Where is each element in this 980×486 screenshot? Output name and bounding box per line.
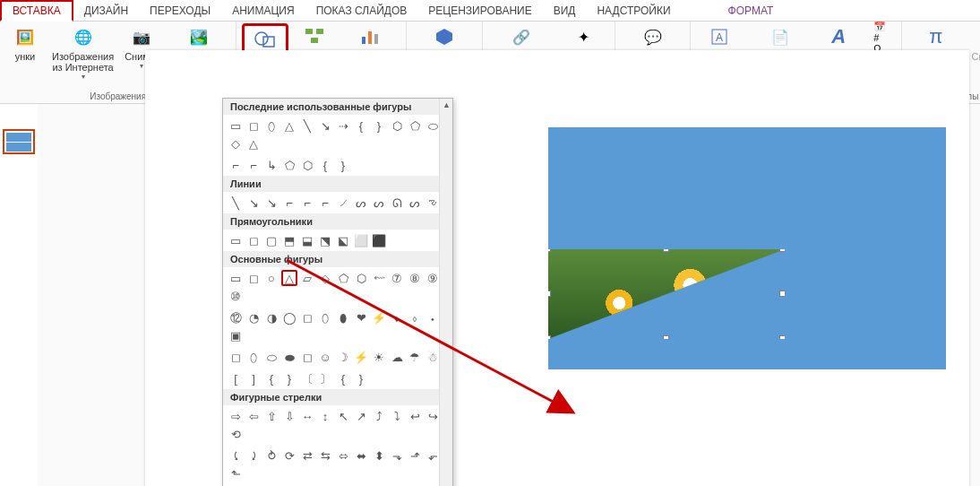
shape-glyph[interactable]: ⬔ xyxy=(317,232,333,248)
shape-glyph[interactable]: ] xyxy=(245,370,262,386)
shape-glyph[interactable]: ⬳ xyxy=(371,270,387,286)
shape-glyph[interactable]: ⌐ xyxy=(281,195,297,211)
online-pictures-button[interactable]: 🌐Изображения из Интернета▾ xyxy=(48,23,117,81)
shape-glyph[interactable]: { xyxy=(263,370,279,386)
shape-glyph[interactable]: ⬯ xyxy=(263,117,279,134)
shape-glyph[interactable]: ⌐ xyxy=(317,195,333,211)
shape-glyph[interactable]: ⥁ xyxy=(263,447,279,464)
shape-glyph[interactable]: { xyxy=(317,157,333,173)
shape-glyph[interactable]: ☀ xyxy=(371,349,387,365)
shape-glyph[interactable]: ⬮ xyxy=(335,309,351,325)
shape-glyph[interactable]: ╲ xyxy=(228,195,244,211)
shape-glyph[interactable]: ⑩ xyxy=(228,288,244,304)
shape-glyph[interactable]: ᔕ xyxy=(407,195,423,211)
text-more-button[interactable]: 📅#Ω xyxy=(864,23,896,50)
shape-glyph[interactable]: ↗ xyxy=(353,408,369,424)
handle-e[interactable] xyxy=(779,291,785,297)
shape-glyph[interactable]: ⟋ xyxy=(335,195,351,211)
symbol-button[interactable]: ΩСимвол xyxy=(967,23,980,63)
shape-glyph[interactable]: 〔 xyxy=(299,370,315,386)
shape-glyph[interactable]: ⬯ xyxy=(245,349,262,365)
shape-glyph[interactable]: ⬡ xyxy=(389,117,405,134)
shape-glyph[interactable]: ▭ xyxy=(228,270,244,286)
tab-insert[interactable]: ВСТАВКА xyxy=(0,0,73,22)
shape-glyph[interactable]: ⬍ xyxy=(371,447,387,464)
triangle-picture-shape[interactable] xyxy=(548,249,785,339)
shape-glyph[interactable]: ↘ xyxy=(317,117,333,134)
shape-glyph[interactable]: △ xyxy=(281,117,297,134)
shape-glyph[interactable]: ⑧ xyxy=(407,270,423,286)
shape-glyph[interactable]: ▱ xyxy=(299,270,315,286)
shape-glyph[interactable]: ⬒ xyxy=(281,232,297,248)
shape-glyph[interactable]: ☽ xyxy=(335,349,351,365)
shape-glyph[interactable]: ⬧ xyxy=(389,309,405,325)
shape-glyph[interactable]: ↩ xyxy=(407,408,423,424)
shape-glyph[interactable]: ○ xyxy=(263,270,279,286)
shape-glyph[interactable]: ⬄ xyxy=(335,447,351,464)
tab-animations[interactable]: АНИМАЦИЯ xyxy=(221,0,305,22)
shape-glyph[interactable]: ⇩ xyxy=(281,408,297,424)
shape-glyph[interactable]: ▣ xyxy=(228,327,244,343)
handle-ne[interactable] xyxy=(779,249,785,252)
shape-glyph[interactable]: ⇨ xyxy=(228,408,244,424)
shape-glyph[interactable]: ⟲ xyxy=(228,426,244,442)
shape-glyph[interactable]: ↔ xyxy=(299,408,315,424)
shape-glyph[interactable]: ⬕ xyxy=(335,232,351,248)
tab-addins[interactable]: НАДСТРОЙКИ xyxy=(586,0,681,22)
shape-glyph[interactable]: ⬨ xyxy=(407,309,423,325)
handle-nw[interactable] xyxy=(548,249,551,252)
shape-glyph[interactable]: ◻ xyxy=(299,309,315,325)
shape-glyph[interactable]: ◻ xyxy=(245,270,262,286)
handle-sw[interactable] xyxy=(548,335,551,339)
shape-glyph[interactable]: ◇ xyxy=(228,135,244,152)
shape-glyph[interactable]: ◻ xyxy=(228,349,244,365)
shape-glyph[interactable]: ⬑ xyxy=(228,465,244,482)
shape-glyph[interactable]: ⤸ xyxy=(245,447,262,464)
shape-glyph[interactable]: ⌐ xyxy=(245,157,262,173)
shape-glyph[interactable]: ◻ xyxy=(245,117,262,134)
shape-glyph[interactable]: ◑ xyxy=(263,309,279,325)
shape-glyph[interactable]: ⬡ xyxy=(353,270,369,286)
handle-se[interactable] xyxy=(779,335,785,339)
shape-glyph[interactable]: ⤹ xyxy=(228,447,244,464)
shape-glyph[interactable]: ⌐ xyxy=(228,157,244,173)
shape-glyph[interactable]: ╲ xyxy=(299,117,315,134)
shape-glyph[interactable]: ᔕ xyxy=(353,195,369,211)
shape-glyph[interactable]: ⟳ xyxy=(281,447,297,464)
shape-glyph[interactable]: ⬎ xyxy=(389,447,405,464)
shape-glyph[interactable]: ⬌ xyxy=(353,447,369,464)
shape-glyph[interactable]: ▢ xyxy=(263,232,279,248)
shape-glyph[interactable]: ⬡ xyxy=(299,157,315,173)
shape-glyph[interactable]: ⇄ xyxy=(299,447,315,464)
tab-slideshow[interactable]: ПОКАЗ СЛАЙДОВ xyxy=(305,0,418,22)
pictures-button[interactable]: 🖼️унки xyxy=(5,23,45,63)
shape-glyph[interactable]: ⇦ xyxy=(245,408,262,424)
shape-glyph[interactable]: ⬠ xyxy=(407,117,423,134)
shape-glyph[interactable]: ◻ xyxy=(245,232,262,248)
shape-glyph[interactable]: ⬏ xyxy=(407,447,423,464)
shape-glyph[interactable]: ᔕ xyxy=(371,195,387,211)
tab-design[interactable]: ДИЗАЙН xyxy=(73,0,139,22)
shape-glyph[interactable]: ↕ xyxy=(317,408,333,424)
shape-glyph[interactable]: } xyxy=(353,370,369,386)
shape-glyph[interactable]: ◻ xyxy=(299,349,315,365)
shape-glyph[interactable]: ⑫ xyxy=(228,309,244,325)
shape-glyph[interactable]: ↳ xyxy=(263,157,279,173)
shape-glyph[interactable]: ❤ xyxy=(353,309,369,325)
handle-n[interactable] xyxy=(663,249,669,252)
shape-glyph[interactable]: ⬓ xyxy=(299,232,315,248)
shape-glyph[interactable]: ↖ xyxy=(335,408,351,424)
shape-glyph[interactable]: ᘏ xyxy=(389,195,405,211)
shape-glyph[interactable]: ⬭ xyxy=(263,349,279,365)
shape-glyph[interactable]: ☁ xyxy=(389,349,405,365)
handle-w[interactable] xyxy=(548,291,551,297)
shape-glyph[interactable]: ⌐ xyxy=(299,195,315,211)
shape-glyph[interactable]: △ xyxy=(281,270,297,286)
shape-glyph[interactable]: 〕 xyxy=(317,370,333,386)
shape-glyph[interactable]: ◇ xyxy=(317,270,333,286)
shape-glyph[interactable]: ⬜ xyxy=(353,232,369,248)
shape-glyph[interactable]: [ xyxy=(228,370,244,386)
shape-glyph[interactable]: ⬛ xyxy=(371,232,387,248)
shape-glyph[interactable]: ⤴ xyxy=(371,408,387,424)
shape-glyph[interactable]: { xyxy=(353,117,369,134)
